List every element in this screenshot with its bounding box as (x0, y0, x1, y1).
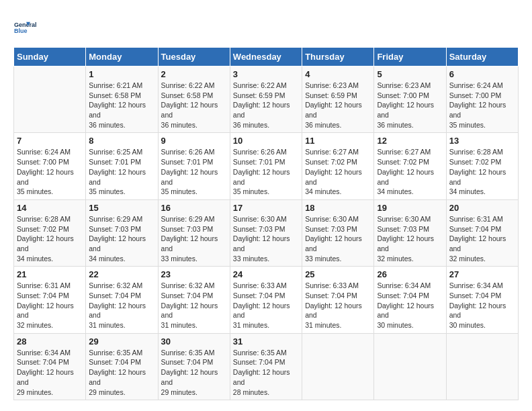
day-number: 5 (377, 69, 443, 79)
day-number: 3 (233, 69, 299, 79)
calendar-cell: 29Sunrise: 6:35 AMSunset: 7:04 PMDayligh… (86, 333, 158, 400)
week-row-5: 28Sunrise: 6:34 AMSunset: 7:04 PMDayligh… (14, 333, 519, 400)
calendar-cell: 12Sunrise: 6:27 AMSunset: 7:02 PMDayligh… (374, 133, 446, 199)
day-number: 28 (17, 336, 83, 347)
day-number: 31 (233, 336, 299, 347)
calendar-cell: 10Sunrise: 6:26 AMSunset: 7:01 PMDayligh… (230, 133, 302, 199)
day-info: Sunrise: 6:31 AMSunset: 7:04 PMDaylight:… (17, 281, 83, 330)
day-info: Sunrise: 6:35 AMSunset: 7:04 PMDaylight:… (233, 348, 299, 397)
day-number: 24 (233, 269, 299, 279)
header-wednesday: Wednesday (230, 48, 302, 66)
calendar-cell: 27Sunrise: 6:34 AMSunset: 7:04 PMDayligh… (446, 267, 518, 333)
day-number: 19 (377, 203, 443, 213)
day-info: Sunrise: 6:35 AMSunset: 7:04 PMDaylight:… (161, 348, 227, 397)
day-info: Sunrise: 6:28 AMSunset: 7:02 PMDaylight:… (17, 214, 83, 263)
calendar-cell: 31Sunrise: 6:35 AMSunset: 7:04 PMDayligh… (230, 333, 302, 400)
day-number: 9 (161, 136, 227, 146)
header-sunday: Sunday (14, 48, 86, 66)
calendar-cell: 16Sunrise: 6:29 AMSunset: 7:03 PMDayligh… (158, 199, 230, 266)
day-info: Sunrise: 6:21 AMSunset: 6:58 PMDaylight:… (89, 81, 154, 130)
calendar-cell: 1Sunrise: 6:21 AMSunset: 6:58 PMDaylight… (86, 66, 158, 133)
calendar-cell: 8Sunrise: 6:25 AMSunset: 7:01 PMDaylight… (86, 133, 158, 199)
day-info: Sunrise: 6:31 AMSunset: 7:04 PMDaylight:… (449, 214, 515, 263)
day-number: 29 (89, 336, 154, 347)
day-info: Sunrise: 6:24 AMSunset: 7:00 PMDaylight:… (449, 81, 515, 130)
day-number: 17 (233, 203, 299, 213)
calendar-cell: 15Sunrise: 6:29 AMSunset: 7:03 PMDayligh… (86, 199, 158, 266)
day-info: Sunrise: 6:33 AMSunset: 7:04 PMDaylight:… (233, 281, 299, 330)
day-number: 4 (305, 69, 371, 79)
day-info: Sunrise: 6:29 AMSunset: 7:03 PMDaylight:… (89, 214, 154, 263)
day-number: 23 (161, 269, 227, 279)
calendar-cell: 5Sunrise: 6:23 AMSunset: 7:00 PMDaylight… (374, 66, 446, 133)
calendar-cell: 18Sunrise: 6:30 AMSunset: 7:03 PMDayligh… (302, 199, 374, 266)
day-number: 20 (449, 203, 515, 213)
calendar-cell: 17Sunrise: 6:30 AMSunset: 7:03 PMDayligh… (230, 199, 302, 266)
day-info: Sunrise: 6:35 AMSunset: 7:04 PMDaylight:… (89, 348, 154, 397)
calendar-cell: 13Sunrise: 6:28 AMSunset: 7:02 PMDayligh… (446, 133, 518, 199)
day-number: 2 (161, 69, 227, 79)
calendar-cell: 28Sunrise: 6:34 AMSunset: 7:04 PMDayligh… (14, 333, 86, 400)
calendar-cell: 22Sunrise: 6:32 AMSunset: 7:04 PMDayligh… (86, 267, 158, 333)
calendar-cell: 30Sunrise: 6:35 AMSunset: 7:04 PMDayligh… (158, 333, 230, 400)
day-number: 25 (305, 269, 371, 279)
day-info: Sunrise: 6:26 AMSunset: 7:01 PMDaylight:… (161, 147, 227, 196)
day-number: 7 (17, 136, 83, 146)
calendar-table: SundayMondayTuesdayWednesdayThursdayFrid… (13, 47, 519, 400)
day-info: Sunrise: 6:27 AMSunset: 7:02 PMDaylight:… (377, 147, 443, 196)
header-thursday: Thursday (302, 48, 374, 66)
day-number: 14 (17, 203, 83, 213)
day-info: Sunrise: 6:24 AMSunset: 7:00 PMDaylight:… (17, 147, 83, 196)
day-info: Sunrise: 6:23 AMSunset: 6:59 PMDaylight:… (305, 81, 371, 130)
day-number: 11 (305, 136, 371, 146)
day-info: Sunrise: 6:33 AMSunset: 7:04 PMDaylight:… (305, 281, 371, 330)
week-row-2: 7Sunrise: 6:24 AMSunset: 7:00 PMDaylight… (14, 133, 519, 199)
day-info: Sunrise: 6:23 AMSunset: 7:00 PMDaylight:… (377, 81, 443, 130)
day-number: 1 (89, 69, 154, 79)
calendar-cell: 19Sunrise: 6:30 AMSunset: 7:03 PMDayligh… (374, 199, 446, 266)
week-row-1: 1Sunrise: 6:21 AMSunset: 6:58 PMDaylight… (14, 66, 519, 133)
day-number: 15 (89, 203, 154, 213)
day-number: 16 (161, 203, 227, 213)
calendar-cell: 25Sunrise: 6:33 AMSunset: 7:04 PMDayligh… (302, 267, 374, 333)
calendar-cell (374, 333, 446, 400)
calendar-cell: 23Sunrise: 6:32 AMSunset: 7:04 PMDayligh… (158, 267, 230, 333)
calendar-cell (446, 333, 518, 400)
day-number: 18 (305, 203, 371, 213)
header-row: SundayMondayTuesdayWednesdayThursdayFrid… (14, 48, 519, 66)
week-row-3: 14Sunrise: 6:28 AMSunset: 7:02 PMDayligh… (14, 199, 519, 266)
day-info: Sunrise: 6:22 AMSunset: 6:58 PMDaylight:… (161, 81, 227, 130)
day-number: 21 (17, 269, 83, 279)
header-monday: Monday (86, 48, 158, 66)
day-info: Sunrise: 6:34 AMSunset: 7:04 PMDaylight:… (449, 281, 515, 330)
calendar-cell: 4Sunrise: 6:23 AMSunset: 6:59 PMDaylight… (302, 66, 374, 133)
day-info: Sunrise: 6:26 AMSunset: 7:01 PMDaylight:… (233, 147, 299, 196)
calendar-cell: 3Sunrise: 6:22 AMSunset: 6:59 PMDaylight… (230, 66, 302, 133)
day-info: Sunrise: 6:32 AMSunset: 7:04 PMDaylight:… (161, 281, 227, 330)
calendar-cell: 24Sunrise: 6:33 AMSunset: 7:04 PMDayligh… (230, 267, 302, 333)
calendar-cell: 11Sunrise: 6:27 AMSunset: 7:02 PMDayligh… (302, 133, 374, 199)
day-info: Sunrise: 6:25 AMSunset: 7:01 PMDaylight:… (89, 147, 154, 196)
day-info: Sunrise: 6:30 AMSunset: 7:03 PMDaylight:… (377, 214, 443, 263)
week-row-4: 21Sunrise: 6:31 AMSunset: 7:04 PMDayligh… (14, 267, 519, 333)
header-friday: Friday (374, 48, 446, 66)
day-info: Sunrise: 6:34 AMSunset: 7:04 PMDaylight:… (377, 281, 443, 330)
svg-text:General: General (14, 21, 37, 28)
day-number: 30 (161, 336, 227, 347)
calendar-cell (302, 333, 374, 400)
day-info: Sunrise: 6:29 AMSunset: 7:03 PMDaylight:… (161, 214, 227, 263)
calendar-cell: 21Sunrise: 6:31 AMSunset: 7:04 PMDayligh… (14, 267, 86, 333)
day-number: 8 (89, 136, 154, 146)
calendar-cell: 14Sunrise: 6:28 AMSunset: 7:02 PMDayligh… (14, 199, 86, 266)
logo-icon: General Blue (13, 13, 40, 40)
day-number: 22 (89, 269, 154, 279)
day-number: 10 (233, 136, 299, 146)
calendar-cell: 20Sunrise: 6:31 AMSunset: 7:04 PMDayligh… (446, 199, 518, 266)
page-header: General Blue (13, 13, 519, 40)
calendar-cell: 6Sunrise: 6:24 AMSunset: 7:00 PMDaylight… (446, 66, 518, 133)
day-number: 13 (449, 136, 515, 146)
calendar-cell (14, 66, 86, 133)
day-number: 26 (377, 269, 443, 279)
calendar-cell: 26Sunrise: 6:34 AMSunset: 7:04 PMDayligh… (374, 267, 446, 333)
calendar-cell: 7Sunrise: 6:24 AMSunset: 7:00 PMDaylight… (14, 133, 86, 199)
